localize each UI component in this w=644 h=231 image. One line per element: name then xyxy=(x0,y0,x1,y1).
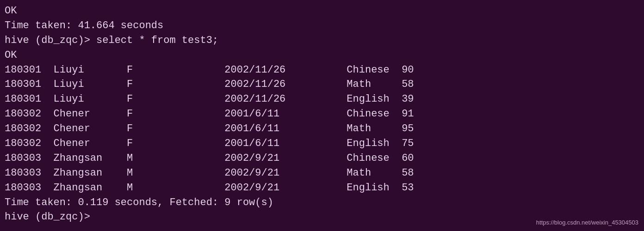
watermark: https://blog.csdn.net/weixin_45304503 xyxy=(536,219,638,227)
table-row: 180303 Zhangsan M 2002/9/21 English 53 xyxy=(5,181,639,195)
table-row: 180303 Zhangsan M 2002/9/21 Math 58 xyxy=(5,166,639,181)
terminal-window: OK Time taken: 41.664 seconds hive (db_z… xyxy=(5,4,639,227)
table-row: 180301 Liuyi F 2002/11/26 Math 58 xyxy=(5,77,639,92)
ok-line-2: OK xyxy=(5,48,639,63)
table-row: 180302 Chener F 2001/6/11 Chinese 91 xyxy=(5,107,639,122)
table-row: 180301 Liuyi F 2002/11/26 Chinese 90 xyxy=(5,63,639,78)
table-row: 180301 Liuyi F 2002/11/26 English 39 xyxy=(5,92,639,107)
command-line: hive (db_zqc)> select * from test3; xyxy=(5,33,639,48)
table-row: 180302 Chener F 2001/6/11 Math 95 xyxy=(5,122,639,136)
table-row: 180302 Chener F 2001/6/11 English 75 xyxy=(5,136,639,151)
data-rows: 180301 Liuyi F 2002/11/26 Chinese 901803… xyxy=(5,63,639,195)
time-taken-line: Time taken: 41.664 seconds xyxy=(5,18,639,33)
footer-time: Time taken: 0.119 seconds, Fetched: 9 ro… xyxy=(5,195,639,210)
table-row: 180303 Zhangsan M 2002/9/21 Chinese 60 xyxy=(5,151,639,166)
ok-line-1: OK xyxy=(5,4,639,18)
